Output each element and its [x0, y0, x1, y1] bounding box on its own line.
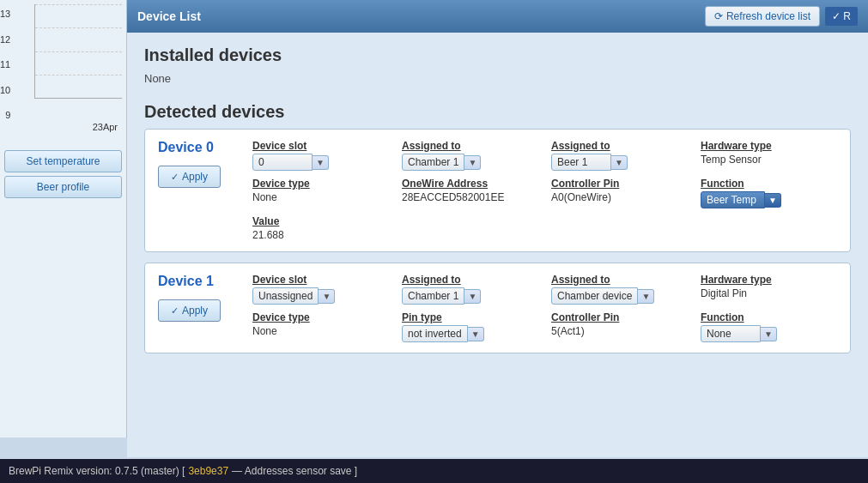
- device-1-assigned2-label: Assigned to: [551, 274, 688, 286]
- status-prefix: BrewPi Remix version: 0.7.5 (master) [: [9, 465, 185, 477]
- device-1-function-group: Function None ▼: [701, 311, 837, 342]
- device-1-slot-label: Device slot: [252, 274, 389, 286]
- device-0-controller-value: A0(OneWire): [551, 191, 688, 203]
- device-0-fields: Device slot 0 ▼ Assigned to Chamber 1 ▼: [252, 140, 837, 241]
- refresh-device-list-btn[interactable]: ⟳ Refresh device list: [705, 6, 820, 27]
- beer-profile-btn[interactable]: Beer profile: [4, 176, 122, 198]
- device-1-type-value: None: [252, 325, 389, 337]
- device-1-hardware-label: Hardware type: [701, 274, 837, 286]
- device-1-id: Device 1: [158, 274, 214, 289]
- device-0-type-value: None: [252, 191, 389, 203]
- device-1-assigned2-value: Chamber device: [551, 287, 638, 305]
- device-0-function-label: Function: [701, 178, 837, 190]
- device-0-apply-label: Apply: [182, 171, 208, 183]
- device-1-type-label: Device type: [252, 311, 389, 323]
- status-hash: 3eb9e37: [188, 465, 228, 477]
- device-1-hardware-value: Digital Pin: [701, 287, 837, 299]
- device-1-assigned1-arrow[interactable]: ▼: [464, 289, 481, 304]
- header-right: ⟳ Refresh device list ✓ R: [705, 6, 858, 27]
- x-label: 23Apr: [0, 122, 122, 132]
- main-content: Device List ⟳ Refresh device list ✓ R In…: [127, 0, 868, 457]
- checkmark-icon: ✓: [171, 172, 179, 183]
- device-1-function-select[interactable]: None ▼: [701, 325, 837, 342]
- refresh-btn-label: Refresh device list: [726, 10, 810, 22]
- device-0-value-value: 21.688: [252, 229, 389, 241]
- device-1-pintype-select[interactable]: not inverted ▼: [402, 325, 538, 342]
- device-0-assigned1-value: Chamber 1: [402, 154, 464, 171]
- device-1-fields: Device slot Unassigned ▼ Assigned to Cha…: [252, 274, 837, 342]
- device-0-hardware-group: Hardware type Temp Sensor: [701, 140, 837, 171]
- device-1-slot-arrow[interactable]: ▼: [319, 289, 335, 304]
- device-0-slot-label: Device slot: [252, 140, 389, 152]
- device-0-hardware-label: Hardware type: [701, 140, 837, 152]
- device-0-assigned2-select[interactable]: Beer 1 ▼: [551, 154, 688, 171]
- device-0-assigned1-select[interactable]: Chamber 1 ▼: [402, 154, 538, 171]
- device-1-assigned1-value: Chamber 1: [402, 287, 464, 305]
- device-0-id-col: Device 0 ✓ Apply: [158, 140, 235, 188]
- device-0-assigned1-label: Assigned to: [402, 140, 538, 152]
- device-0-value-label: Value: [252, 215, 389, 227]
- device-1-type-group: Device type None: [252, 311, 389, 342]
- device-1-assigned1-group: Assigned to Chamber 1 ▼: [402, 274, 538, 305]
- set-temperature-btn[interactable]: Set temperature: [4, 150, 122, 172]
- device-1-hardware-group: Hardware type Digital Pin: [701, 274, 837, 305]
- device-list-title: Device List: [137, 9, 201, 23]
- device-1-slot-value: Unassigned: [252, 287, 319, 305]
- device-0-assigned2-value: Beer 1: [551, 154, 611, 171]
- device-0-slot-value: 0: [252, 154, 313, 171]
- device-1-pintype-value: not inverted: [402, 325, 468, 342]
- device-1-function-arrow[interactable]: ▼: [761, 327, 777, 341]
- device-0-apply-btn[interactable]: ✓ Apply: [158, 166, 221, 188]
- device-0-function-arrow[interactable]: ▼: [765, 193, 781, 208]
- device-0-onewire-label: OneWire Address: [402, 178, 538, 190]
- device-0-assigned1-group: Assigned to Chamber 1 ▼: [402, 140, 538, 171]
- device-0-slot-select[interactable]: 0 ▼: [252, 154, 389, 171]
- device-1-assigned1-label: Assigned to: [402, 274, 538, 286]
- device-0-assigned2-arrow[interactable]: ▼: [611, 155, 628, 170]
- device-0-assigned1-arrow[interactable]: ▼: [464, 155, 481, 170]
- device-1-assigned2-select[interactable]: Chamber device ▼: [551, 287, 688, 305]
- device-0-value-group: Value 21.688: [252, 215, 389, 241]
- checkmark-icon-1: ✓: [171, 305, 179, 317]
- y-label-13: 13: [0, 9, 10, 19]
- device-0-type-label: Device type: [252, 178, 389, 190]
- device-1-assigned1-select[interactable]: Chamber 1 ▼: [402, 287, 538, 305]
- y-axis: 13 12 11 10 9: [0, 9, 13, 120]
- detected-devices-title: Detected devices: [144, 102, 851, 122]
- device-1-function-value: None: [701, 325, 761, 342]
- device-1-slot-select[interactable]: Unassigned ▼: [252, 287, 389, 305]
- y-label-10: 10: [0, 85, 10, 95]
- device-1-controller-group: Controller Pin 5(Act1): [551, 311, 688, 342]
- device-0-function-select[interactable]: Beer Temp ▼: [701, 191, 837, 208]
- device-0-controller-group: Controller Pin A0(OneWire): [551, 178, 688, 208]
- status-suffix: — Addresses sensor save ]: [232, 465, 357, 477]
- device-1-slot-group: Device slot Unassigned ▼: [252, 274, 389, 305]
- installed-devices-value: None: [144, 72, 851, 85]
- device-0-function-group: Function Beer Temp ▼: [701, 178, 837, 208]
- r-badge: ✓ R: [825, 7, 858, 26]
- device-1-controller-value: 5(Act1): [551, 325, 688, 337]
- device-1-function-label: Function: [701, 311, 837, 323]
- device-list-header: Device List ⟳ Refresh device list ✓ R: [127, 0, 868, 33]
- refresh-icon: ⟳: [714, 10, 723, 22]
- device-0-assigned2-label: Assigned to: [551, 140, 688, 152]
- device-0-slot-arrow[interactable]: ▼: [313, 155, 329, 170]
- device-1-apply-btn[interactable]: ✓ Apply: [158, 299, 221, 322]
- chart-grid: [34, 4, 122, 99]
- y-label-12: 12: [0, 34, 10, 45]
- device-0-card: Device 0 ✓ Apply Device slot 0 ▼: [144, 129, 851, 252]
- device-1-apply-label: Apply: [182, 305, 208, 317]
- content-body: Installed devices None Detected devices …: [127, 33, 868, 377]
- device-0-onewire-value: 28EACCED582001EE: [402, 191, 538, 203]
- y-label-11: 11: [0, 59, 10, 69]
- device-1-assigned2-group: Assigned to Chamber device ▼: [551, 274, 688, 305]
- sidebar-buttons: Set temperature Beer profile: [0, 146, 126, 206]
- device-1-pintype-label: Pin type: [402, 311, 538, 323]
- device-1-assigned2-arrow[interactable]: ▼: [638, 289, 654, 304]
- device-0-type-group: Device type None: [252, 178, 389, 208]
- device-0-assigned2-group: Assigned to Beer 1 ▼: [551, 140, 688, 171]
- y-label-9: 9: [5, 110, 10, 120]
- device-1-id-col: Device 1 ✓ Apply: [158, 274, 235, 322]
- device-1-pintype-arrow[interactable]: ▼: [468, 327, 484, 341]
- status-bar: BrewPi Remix version: 0.7.5 (master) [ 3…: [0, 459, 868, 483]
